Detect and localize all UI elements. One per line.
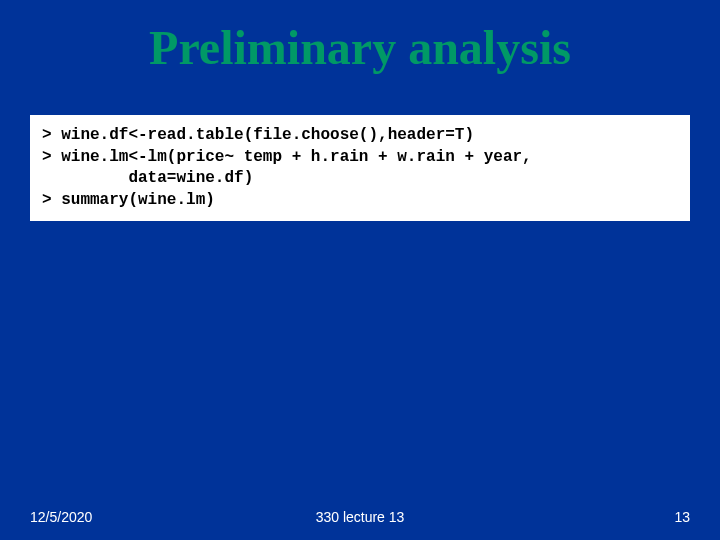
code-block: > wine.df<-read.table(file.choose(),head…	[30, 115, 690, 221]
footer: 12/5/2020 330 lecture 13 13	[0, 509, 720, 525]
footer-page-number: 13	[674, 509, 690, 525]
footer-center: 330 lecture 13	[316, 509, 405, 525]
footer-date: 12/5/2020	[30, 509, 92, 525]
slide-title: Preliminary analysis	[0, 0, 720, 75]
